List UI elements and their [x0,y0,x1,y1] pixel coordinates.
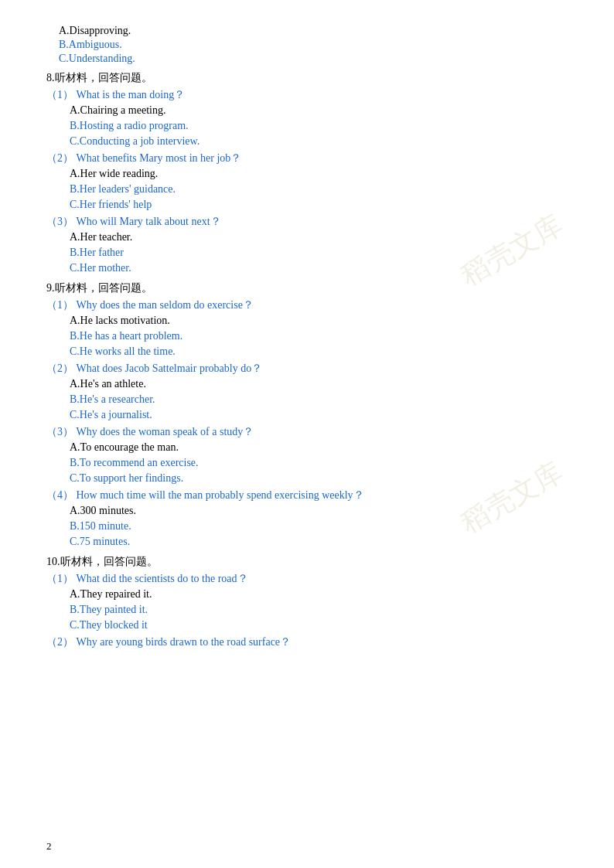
option-item: C.He works all the time. [59,345,568,359]
options-continuation: A.Disapproving. B.Ambiguous. C.Understan… [46,25,568,65]
option-item: C.Understanding. [59,53,568,65]
sub-question: （1） What is the man doing？ [46,88,568,102]
option-item: B.Her leaders' guidance. [59,182,568,196]
option-item: A.He lacks motivation. [59,314,568,328]
option-item: C.They blocked it [59,618,568,632]
sub-question: （2） What does Jacob Sattelmair probably … [46,362,568,376]
section-header: 8.听材料，回答问题。 [46,71,568,85]
sub-question: （3） Who will Mary talk about next？ [46,215,568,229]
option-item: A.Her wide reading. [59,167,568,181]
option-item: B.He has a heart problem. [59,329,568,343]
option-item: B.Her father [59,246,568,260]
section-10: 10.听材料，回答问题。 （1） What did the scientists… [46,555,568,649]
section-9: 9.听材料，回答问题。 （1） Why does the man seldom … [46,281,568,549]
option-item: C.Her friends' help [59,198,568,212]
option-item: A.Her teacher. [59,230,568,244]
sub-question: （2） Why are young birds drawn to the roa… [46,635,568,649]
section-8: 8.听材料，回答问题。 （1） What is the man doing？ A… [46,71,568,275]
option-item: C.75 minutes. [59,535,568,549]
option-item: C.To support her findings. [59,471,568,485]
sub-question: （1） Why does the man seldom do exercise？ [46,298,568,312]
option-item: A.They repaired it. [59,587,568,601]
option-item: B.To recommend an exercise. [59,456,568,470]
sub-question: （4） How much time will the man probably … [46,488,568,502]
option-item: C.Conducting a job interview. [59,134,568,148]
option-item: C.He's a journalist. [59,408,568,422]
option-item: B.Ambiguous. [59,39,568,51]
option-item: A.To encourage the man. [59,441,568,454]
option-item: A.Disapproving. [59,25,568,37]
section-header: 9.听材料，回答问题。 [46,281,568,295]
section-header: 10.听材料，回答问题。 [46,555,568,569]
option-item: A.300 minutes. [59,504,568,518]
option-item: A.Chairing a meeting. [59,104,568,117]
option-item: A.He's an athlete. [59,377,568,391]
page-number: 2 [46,840,52,853]
sub-question: （2） What benefits Mary most in her job？ [46,151,568,165]
option-item: B.Hosting a radio program. [59,119,568,133]
option-item: B.150 minute. [59,519,568,533]
option-item: B.They painted it. [59,603,568,617]
sub-question: （1） What did the scientists do to the ro… [46,572,568,586]
option-item: C.Her mother. [59,261,568,275]
sub-question: （3） Why does the woman speak of a study？ [46,425,568,439]
option-item: B.He's a researcher. [59,393,568,407]
